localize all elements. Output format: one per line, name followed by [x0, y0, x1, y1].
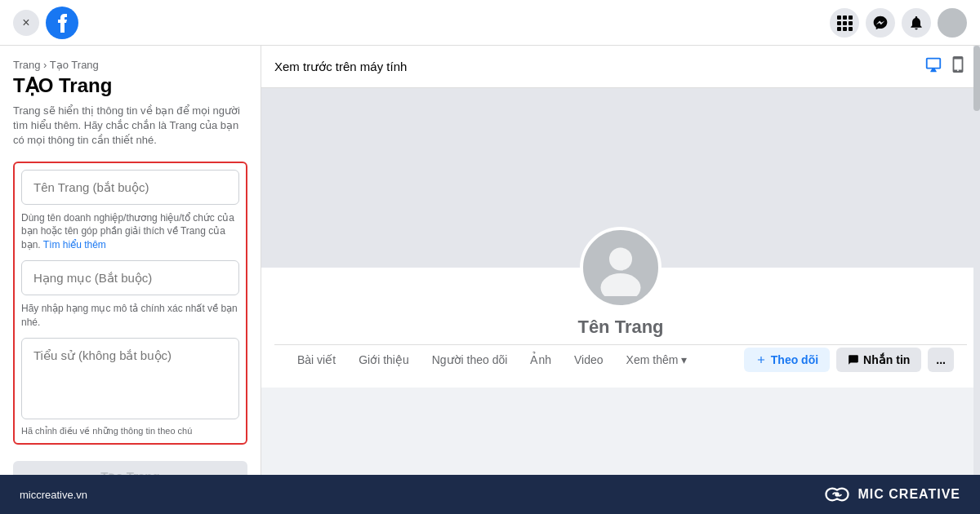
svg-rect-9	[849, 27, 853, 31]
svg-rect-6	[849, 21, 853, 25]
messenger-button[interactable]	[866, 8, 895, 38]
tab-videos[interactable]: Video	[564, 345, 613, 374]
page-title: TẠO Trang	[13, 74, 247, 97]
message-button[interactable]: Nhắn tin	[836, 348, 921, 372]
avatar-silhouette-icon	[592, 239, 649, 296]
learn-more-link[interactable]: Tìm hiểu thêm	[43, 239, 106, 250]
left-panel: Trang › Tạo Trang TẠO Trang Trang sẽ hiể…	[0, 46, 261, 475]
profile-page-name: Tên Trang	[274, 317, 967, 338]
preview-device-icons	[924, 55, 967, 78]
main-layout: Trang › Tạo Trang TẠO Trang Trang sẽ hiể…	[0, 46, 980, 475]
more-options-button[interactable]: ...	[928, 348, 954, 372]
tab-followers[interactable]: Người theo dõi	[422, 345, 518, 374]
tab-photos[interactable]: Ảnh	[520, 345, 561, 374]
scrollbar[interactable]	[973, 46, 980, 475]
scroll-thumb[interactable]	[973, 46, 980, 111]
mobile-view-icon[interactable]	[949, 55, 967, 78]
top-bar-right	[830, 8, 967, 38]
message-icon	[848, 354, 859, 366]
name-hint: Dùng tên doanh nghiệp/thương hiệu/tổ chứ…	[21, 211, 239, 252]
footer-url: miccreative.vn	[20, 489, 87, 501]
svg-rect-2	[843, 16, 847, 20]
bio-textarea[interactable]	[21, 338, 239, 419]
profile-section: Tên Trang Bài viết Giới thiệu Người theo…	[261, 268, 980, 388]
create-page-button[interactable]: Tạo Trang	[13, 461, 247, 475]
top-navigation-bar: ×	[0, 0, 980, 46]
svg-rect-1	[837, 16, 841, 20]
preview-title: Xem trước trên máy tính	[274, 60, 407, 74]
footer-bar: miccreative.vn MIC CREATIVE	[0, 475, 980, 514]
grid-menu-button[interactable]	[830, 8, 859, 38]
profile-avatar-wrapper	[580, 227, 662, 308]
page-description: Trang sẽ hiển thị thông tin về bạn để mọ…	[13, 104, 247, 148]
desktop-view-icon[interactable]	[924, 55, 942, 78]
right-preview-panel: Xem trước trên máy tính	[261, 46, 980, 475]
footer-brand: MIC CREATIVE	[822, 485, 960, 504]
facebook-page-preview: Tên Trang Bài viết Giới thiệu Người theo…	[261, 88, 980, 388]
page-action-buttons: Theo dõi Nhắn tin ...	[744, 348, 954, 372]
footer-brand-name: MIC CREATIVE	[858, 487, 960, 502]
facebook-logo	[46, 7, 78, 39]
top-bar-left: ×	[13, 7, 78, 39]
profile-avatar	[580, 227, 662, 308]
svg-point-11	[601, 273, 641, 296]
follow-button[interactable]: Theo dõi	[744, 348, 830, 372]
svg-rect-7	[837, 27, 841, 31]
user-avatar[interactable]	[938, 8, 967, 38]
truncated-hint: Hã chỉnh điều về những thông tin theo ch…	[21, 426, 239, 436]
svg-point-10	[609, 248, 632, 271]
close-button[interactable]: ×	[13, 10, 39, 36]
svg-rect-4	[837, 21, 841, 25]
follow-icon	[755, 354, 767, 366]
svg-rect-3	[849, 16, 853, 20]
create-page-form: Dùng tên doanh nghiệp/thương hiệu/tổ chứ…	[13, 162, 247, 445]
page-name-input[interactable]	[21, 170, 239, 205]
mic-creative-logo-icon	[822, 485, 852, 504]
svg-rect-5	[843, 21, 847, 25]
category-hint: Hãy nhập hạng mục mô tả chính xác nhất v…	[21, 302, 239, 330]
breadcrumb: Trang › Tạo Trang	[13, 59, 247, 71]
tab-about[interactable]: Giới thiệu	[349, 345, 419, 374]
tab-posts[interactable]: Bài viết	[287, 345, 345, 374]
notifications-button[interactable]	[902, 8, 931, 38]
category-input[interactable]	[21, 260, 239, 295]
facebook-page-tabs: Bài viết Giới thiệu Người theo dõi Ảnh V…	[274, 344, 967, 374]
preview-header: Xem trước trên máy tính	[261, 46, 980, 88]
svg-rect-8	[843, 27, 847, 31]
tab-more[interactable]: Xem thêm ▾	[617, 345, 697, 374]
